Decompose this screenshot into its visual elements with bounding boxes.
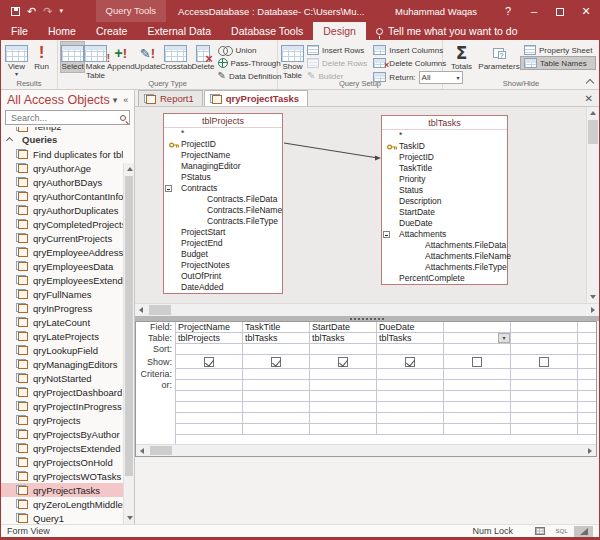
field-cell[interactable]: StartDate bbox=[310, 322, 377, 333]
show-checkbox[interactable] bbox=[472, 357, 482, 367]
field-row[interactable]: ProjectNotes bbox=[164, 260, 282, 271]
design-horizontal-scrollbar[interactable] bbox=[135, 303, 599, 316]
pass-through-button[interactable]: Pass-Through bbox=[215, 57, 285, 69]
insert-rows-button[interactable]: Insert Rows bbox=[304, 44, 370, 56]
list-item[interactable]: qryEmployeesExtended bbox=[1, 273, 123, 287]
ribbon-tab[interactable]: Design bbox=[313, 22, 366, 40]
scroll-up-icon[interactable] bbox=[587, 107, 599, 119]
make-table-button[interactable]: ! Make Table bbox=[84, 42, 107, 80]
list-item[interactable]: qryAuthorContantInfo bbox=[1, 189, 123, 203]
field-row[interactable]: ProjectStart bbox=[164, 227, 282, 238]
account-name[interactable]: Muhammad Waqas bbox=[395, 6, 477, 17]
show-checkbox[interactable] bbox=[338, 357, 348, 367]
field-row[interactable]: OutOfPrint bbox=[164, 271, 282, 282]
criteria-cell[interactable] bbox=[176, 369, 243, 380]
field-row[interactable]: Contracts.FileData bbox=[164, 194, 282, 205]
delete-rows-button[interactable]: Delete Rows bbox=[304, 57, 370, 69]
field-row[interactable]: DateAdded bbox=[164, 282, 282, 293]
sort-cell[interactable] bbox=[511, 344, 578, 355]
scroll-left-icon[interactable] bbox=[136, 445, 148, 456]
field-cell[interactable]: DueDate bbox=[377, 322, 444, 333]
grid-horizontal-scrollbar[interactable] bbox=[136, 444, 596, 456]
field-row[interactable]: TaskTitle bbox=[382, 163, 507, 174]
list-item[interactable]: qryAuthorBDays bbox=[1, 175, 123, 189]
update-button[interactable]: ✎! Update bbox=[135, 42, 161, 72]
field-row[interactable]: PStatus bbox=[164, 172, 282, 183]
nav-menu-icon[interactable]: ▾ bbox=[110, 95, 121, 105]
select-button[interactable]: Select bbox=[61, 42, 84, 72]
scroll-right-icon[interactable] bbox=[587, 304, 599, 316]
list-item[interactable]: qryZeroLengthMiddleInitial bbox=[1, 497, 123, 511]
parameters-button[interactable]: ? Parameters bbox=[477, 42, 521, 72]
list-item[interactable]: qryManagingEditors bbox=[1, 357, 123, 371]
nav-scrollbar[interactable] bbox=[123, 163, 134, 524]
undo-icon[interactable]: ↶ bbox=[27, 0, 36, 22]
search-icon[interactable] bbox=[120, 115, 126, 121]
field-row[interactable]: Description bbox=[382, 196, 507, 207]
criteria-cell[interactable] bbox=[511, 369, 578, 380]
delete-button[interactable]: × Delete bbox=[191, 42, 214, 72]
ribbon-tab[interactable]: File bbox=[1, 22, 38, 40]
list-item[interactable]: Find duplicates for tblAuthors bbox=[1, 147, 123, 161]
field-list-tbltasks[interactable]: tblTasks * bbox=[381, 115, 508, 285]
criteria-cell[interactable] bbox=[444, 369, 511, 380]
criteria-cell[interactable] bbox=[377, 369, 444, 380]
scroll-up-icon[interactable] bbox=[124, 163, 134, 175]
nav-title[interactable]: All Access Objects bbox=[7, 93, 110, 107]
list-item[interactable]: qryLateCount bbox=[1, 315, 123, 329]
list-item[interactable]: qryInProgress bbox=[1, 301, 123, 315]
show-table-button[interactable]: Show Table bbox=[281, 42, 304, 80]
list-item[interactable]: qryFullNames bbox=[1, 287, 123, 301]
field-row[interactable]: Attachments.FileName bbox=[382, 251, 507, 262]
crosstab-button[interactable]: Crosstab bbox=[160, 42, 191, 72]
table-names-button[interactable]: Table Names bbox=[521, 57, 595, 69]
field-cell[interactable]: ProjectName bbox=[176, 322, 243, 333]
list-item[interactable]: qryCompletedProjects bbox=[1, 217, 123, 231]
field-row[interactable]: ManagingEditor bbox=[164, 161, 282, 172]
union-button[interactable]: Union bbox=[215, 44, 285, 56]
ribbon-tab[interactable]: External Data bbox=[137, 22, 221, 40]
list-item[interactable]: Query1 bbox=[1, 511, 123, 524]
list-item[interactable]: qryProjectDashboard bbox=[1, 385, 123, 399]
field-row[interactable]: TaskID bbox=[382, 141, 507, 152]
criteria-cell[interactable] bbox=[243, 369, 310, 380]
tell-me-box[interactable]: Tell me what you want to do bbox=[376, 22, 518, 40]
view-button[interactable]: View▾ bbox=[4, 42, 29, 77]
maximize-icon[interactable] bbox=[547, 0, 573, 22]
field-cell[interactable] bbox=[511, 322, 578, 333]
list-item[interactable]: qryAuthorDuplicates bbox=[1, 203, 123, 217]
sort-cell[interactable] bbox=[444, 344, 511, 355]
list-item[interactable]: Queries bbox=[1, 132, 123, 147]
list-item[interactable]: qryLookupField bbox=[1, 343, 123, 357]
tab-close-icon[interactable]: ✕ bbox=[579, 93, 599, 104]
list-item[interactable]: qryProjectsExtended bbox=[1, 441, 123, 455]
document-tab[interactable]: qryProjectTasks bbox=[204, 90, 308, 106]
field-row[interactable]: * bbox=[382, 130, 507, 141]
list-item[interactable]: qryProjectTasks bbox=[1, 483, 123, 497]
scrollbar-thumb[interactable] bbox=[125, 176, 133, 476]
minimize-icon[interactable]: – bbox=[521, 0, 547, 22]
design-view-button[interactable] bbox=[574, 526, 593, 537]
field-row[interactable]: Status bbox=[382, 185, 507, 196]
field-row[interactable]: Budget bbox=[164, 249, 282, 260]
or-cell[interactable] bbox=[243, 380, 310, 391]
ribbon-tab[interactable]: Home bbox=[38, 22, 86, 40]
field-row[interactable]: Contracts bbox=[164, 183, 282, 194]
field-cell[interactable]: TaskTitle bbox=[243, 322, 310, 333]
field-row[interactable]: Priority bbox=[382, 174, 507, 185]
list-item[interactable]: qryProjectsByAuthor bbox=[1, 427, 123, 441]
totals-button[interactable]: Σ Totals bbox=[446, 42, 477, 72]
field-row[interactable]: ProjectID bbox=[382, 152, 507, 163]
close-icon[interactable]: ✕ bbox=[573, 0, 599, 22]
or-cell[interactable] bbox=[511, 380, 578, 391]
field-row[interactable]: Contracts.FileName bbox=[164, 205, 282, 216]
scrollbar-thumb[interactable] bbox=[149, 305, 171, 315]
sort-cell[interactable] bbox=[176, 344, 243, 355]
qat-dropdown-icon[interactable]: ▾ bbox=[59, 0, 63, 22]
scroll-down-icon[interactable] bbox=[124, 512, 134, 524]
field-list-tblprojects[interactable]: tblProjects * bbox=[163, 113, 283, 294]
help-icon[interactable]: ? bbox=[495, 0, 521, 22]
sort-cell[interactable] bbox=[310, 344, 377, 355]
field-row[interactable]: Attachments bbox=[382, 229, 507, 240]
table-cell[interactable]: ▾ bbox=[444, 333, 511, 344]
